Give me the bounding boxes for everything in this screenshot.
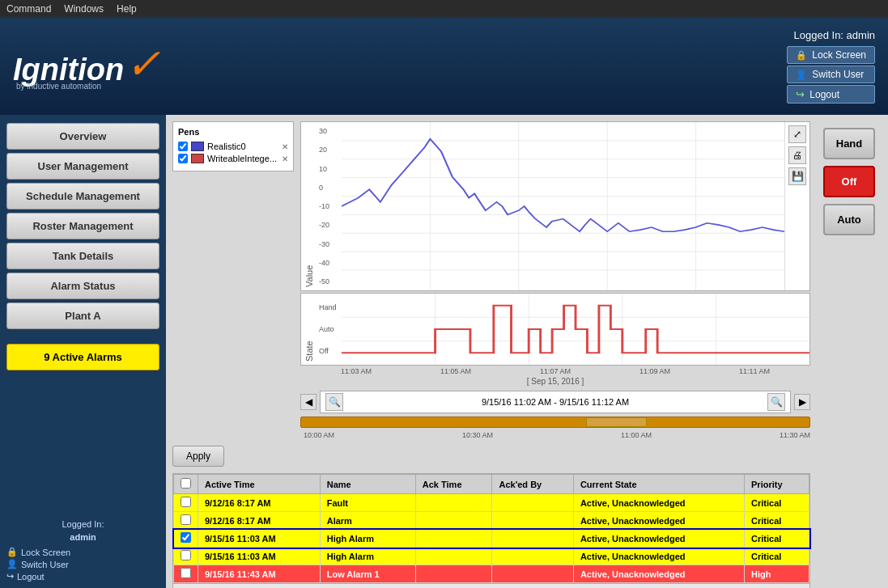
controls-right: Hand Off Auto	[817, 121, 882, 588]
menu-command[interactable]: Command	[6, 3, 51, 15]
time-axis: 11:03 AM11:05 AM11:07 AM11:09 AM11:11 AM	[300, 366, 810, 375]
sidebar-item-plant-a[interactable]: Plant A	[6, 302, 159, 329]
apply-area: Apply	[172, 442, 810, 470]
alarm-header-ack-time: Ack Time	[415, 475, 492, 494]
logo-text: Ignition	[13, 54, 124, 85]
alarm-table-header-row: Active Time Name Ack Time Ack'ed By Curr…	[174, 475, 809, 494]
logo-slash: ✓	[125, 43, 161, 85]
main-chart-plot	[342, 122, 784, 290]
pens-legend: Pens Realistic0 ✕ WriteableIntege... ✕	[172, 121, 294, 171]
alarm-row-checkbox-1[interactable]	[181, 514, 191, 525]
alarm-header-active-time: Active Time	[198, 475, 321, 494]
sidebar-bottom-actions: 🔒 Lock Screen 👤 Switch User ↪ Logout	[6, 547, 159, 582]
pen-remove-1[interactable]: ✕	[282, 154, 288, 163]
alarm-table-row: 9/12/16 8:17 AMAlarmActive, Unacknowledg…	[174, 512, 809, 530]
alarm-table-row: 9/15/16 11:03 AMHigh AlarmActive, Unackn…	[174, 530, 809, 548]
zoom-out-icon[interactable]: 🔍	[767, 393, 785, 411]
header-switch-user-button[interactable]: Switch User	[787, 66, 875, 83]
scroll-thumb[interactable]	[586, 417, 647, 427]
alarm-header-acked-by: Ack'ed By	[492, 475, 573, 494]
sidebar-switch-icon: 👤	[6, 559, 18, 569]
alarm-table-body: 9/12/16 8:17 AMFaultActive, Unacknowledg…	[174, 494, 809, 583]
state-chart-svg	[342, 294, 809, 365]
menu-help[interactable]: Help	[117, 3, 137, 15]
pen-item-0: Realistic0 ✕	[178, 142, 288, 151]
header-user-actions: Lock Screen Switch User Logout	[787, 46, 875, 104]
alarm-badge: 9 Active Alarms	[6, 344, 159, 370]
pen-checkbox-0[interactable]	[178, 142, 188, 151]
sidebar-lock-icon: 🔒	[6, 547, 18, 557]
chart-expand-icon[interactable]: ⤢	[788, 125, 806, 143]
pen-color-red	[191, 154, 204, 163]
nav-range-text: 9/15/16 11:02 AM - 9/15/16 11:12 AM	[482, 397, 629, 407]
nav-prev-button[interactable]: ◀	[300, 394, 317, 410]
alarm-actions: Acknowledge Shelve 🔍 📋 ⚙	[173, 583, 809, 588]
pen-remove-0[interactable]: ✕	[282, 142, 288, 151]
alarm-header-checkbox	[174, 475, 198, 494]
alarm-header-current-state: Current State	[573, 475, 744, 494]
lock-icon	[796, 49, 807, 61]
switch-user-icon	[796, 69, 807, 80]
scroll-track[interactable]	[300, 417, 810, 428]
header-logged-in: Logged In: admin	[787, 29, 875, 41]
alarm-section: Active Time Name Ack Time Ack'ed By Curr…	[172, 473, 810, 588]
header-lock-screen-button[interactable]: Lock Screen	[787, 46, 875, 64]
scroll-time-labels: 10:00 AM10:30 AM11:00 AM11:30 AM	[300, 431, 810, 439]
pen-item-1: WriteableIntege... ✕	[178, 154, 288, 163]
alarm-header-priority: Priority	[745, 475, 809, 494]
content-area: Pens Realistic0 ✕ WriteableIntege... ✕	[166, 115, 888, 588]
y-axis: 3020100-10-20-30-40-50	[317, 122, 342, 290]
auto-button[interactable]: Auto	[823, 204, 875, 235]
sidebar-switch-user-button[interactable]: 👤 Switch User	[6, 559, 159, 569]
pen-label-0: Realistic0	[207, 142, 246, 151]
sidebar-item-alarm-status[interactable]: Alarm Status	[6, 273, 159, 299]
user-area: Logged In: admin Lock Screen Switch User…	[787, 29, 875, 104]
alarm-table-row: 9/15/16 11:43 AMLow Alarm 1Active, Unack…	[174, 565, 809, 583]
state-y-label: State	[301, 294, 317, 365]
chart-y-label: Value	[301, 122, 317, 290]
alarm-table: Active Time Name Ack Time Ack'ed By Curr…	[173, 474, 809, 583]
hand-button[interactable]: Hand	[823, 128, 875, 159]
chart-save-icon[interactable]: 💾	[788, 167, 806, 185]
header: Ignition ✓ by inductive automation Logge…	[0, 18, 888, 115]
logout-icon	[796, 88, 805, 100]
sidebar-bottom: Logged In: admin 🔒 Lock Screen 👤 Switch …	[0, 513, 166, 588]
header-logout-button[interactable]: Logout	[787, 85, 875, 104]
sidebar-item-user-management[interactable]: User Management	[6, 153, 159, 180]
alarm-header-name: Name	[320, 475, 415, 494]
pen-color-blue	[191, 142, 204, 151]
sidebar-item-overview[interactable]: Overview	[6, 123, 159, 150]
sidebar-lock-screen-button[interactable]: 🔒 Lock Screen	[6, 547, 159, 557]
pen-label-1: WriteableIntege...	[207, 154, 277, 163]
alarm-select-all[interactable]	[181, 478, 191, 489]
zoom-in-icon[interactable]: 🔍	[325, 393, 343, 411]
off-button[interactable]: Off	[823, 166, 875, 197]
chart-icons: ⤢ 🖨 💾	[784, 122, 809, 290]
alarm-table-row: 9/15/16 11:03 AMHigh AlarmActive, Unackn…	[174, 548, 809, 565]
alarm-row-checkbox-4[interactable]	[181, 568, 191, 578]
alarm-row-checkbox-0[interactable]	[181, 497, 191, 507]
chart-nav: ◀ 🔍 9/15/16 11:02 AM - 9/15/16 11:12 AM …	[300, 391, 810, 413]
main-chart-svg	[342, 122, 784, 290]
sidebar-logout-icon: ↪	[6, 571, 14, 582]
sidebar-admin-name: admin	[6, 532, 159, 542]
menu-bar: Command Windows Help	[0, 0, 888, 18]
alarm-table-row: 9/12/16 8:17 AMFaultActive, Unacknowledg…	[174, 494, 809, 512]
nav-range-display: 🔍 9/15/16 11:02 AM - 9/15/16 11:12 AM 🔍	[320, 391, 791, 413]
apply-button[interactable]: Apply	[172, 446, 224, 467]
chart-print-icon[interactable]: 🖨	[788, 146, 806, 164]
alarm-row-checkbox-2[interactable]	[181, 532, 191, 543]
sidebar-logged-in-label: Logged In:	[6, 519, 159, 529]
date-label: [ Sep 15, 2016 ]	[300, 377, 810, 386]
state-chart-plot	[342, 294, 809, 365]
sidebar-item-tank-details[interactable]: Tank Details	[6, 243, 159, 269]
pens-title: Pens	[178, 127, 288, 137]
menu-windows[interactable]: Windows	[64, 3, 104, 15]
nav-next-button[interactable]: ▶	[794, 394, 810, 410]
state-y-axis: HandAutoOff	[317, 294, 342, 365]
sidebar-logout-button[interactable]: ↪ Logout	[6, 571, 159, 582]
pen-checkbox-1[interactable]	[178, 154, 188, 163]
alarm-row-checkbox-3[interactable]	[181, 550, 191, 561]
sidebar-item-roster-management[interactable]: Roster Management	[6, 213, 159, 239]
sidebar-item-schedule-management[interactable]: Schedule Management	[6, 183, 159, 209]
